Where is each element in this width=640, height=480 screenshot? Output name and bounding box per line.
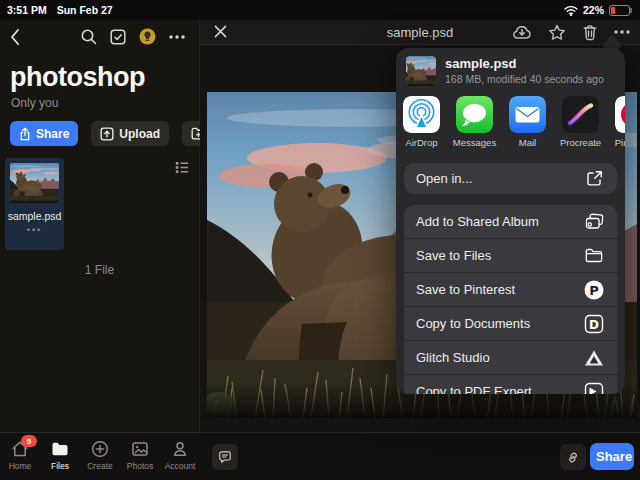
date: Sun Feb 27 — [57, 4, 113, 16]
app-screen: 3:51 PM Sun Feb 27 22% — [0, 0, 640, 480]
preview-header: sample.psd — [200, 20, 640, 45]
tab-create[interactable]: Create — [80, 433, 120, 480]
folder-title: photoshop — [10, 64, 199, 91]
battery-icon — [609, 5, 633, 16]
action-open-in[interactable]: Open in... — [404, 163, 617, 194]
preview-more-icon[interactable] — [614, 30, 630, 34]
share-sheet: sample.psd 168 MB, modified 40 seconds a… — [396, 48, 625, 394]
tab-photos[interactable]: Photos — [120, 433, 160, 480]
photos-icon — [131, 440, 149, 458]
file-more-icon[interactable]: ••• — [5, 225, 64, 235]
tab-account-label: Account — [165, 461, 196, 471]
wifi-icon — [564, 5, 578, 16]
trash-icon[interactable] — [582, 24, 598, 41]
tab-home[interactable]: 5 Home — [0, 433, 40, 480]
tab-create-label: Create — [87, 461, 113, 471]
link-icon[interactable] — [560, 444, 586, 470]
app-pinterest[interactable]: P Pinterest — [615, 96, 625, 154]
sidebar-more-icon[interactable] — [169, 35, 185, 39]
share-sheet-thumbnail — [406, 56, 436, 86]
app-procreate-label: Procreate — [560, 137, 601, 148]
shared-album-icon — [583, 213, 605, 230]
app-messages[interactable]: Messages — [456, 96, 493, 154]
tab-home-label: Home — [9, 461, 32, 471]
file-count: 1 File — [0, 263, 199, 277]
action-save-to-files-label: Save to Files — [416, 248, 491, 263]
action-add-shared-album-label: Add to Shared Album — [416, 214, 539, 229]
share-sheet-filename: sample.psd — [445, 57, 604, 72]
app-mail[interactable]: Mail — [509, 96, 546, 154]
messages-icon — [456, 96, 493, 133]
file-tile[interactable]: sample.psd ••• — [5, 158, 64, 250]
action-add-shared-album[interactable]: Add to Shared Album — [404, 205, 617, 238]
clock: 3:51 PM — [7, 4, 47, 16]
app-pinterest-label: Pinterest — [615, 137, 625, 148]
action-copy-to-documents[interactable]: Copy to Documents D — [404, 306, 617, 340]
pinterest-app-icon: P — [615, 96, 625, 133]
action-save-to-pinterest-label: Save to Pinterest — [416, 282, 515, 297]
view-mode-icon[interactable] — [175, 161, 189, 174]
folder-subtitle: Only you — [11, 96, 199, 110]
preview-toolbar: Share — [200, 432, 640, 480]
share-apps-row: AirDrop Messages Mail Procreate — [396, 92, 625, 154]
action-copy-to-documents-label: Copy to Documents — [416, 316, 530, 331]
tab-account[interactable]: Account — [160, 433, 200, 480]
airdrop-icon — [403, 96, 440, 133]
notification-icon[interactable] — [139, 28, 156, 45]
app-airdrop[interactable]: AirDrop — [403, 96, 440, 154]
account-icon — [171, 440, 189, 458]
svg-text:P: P — [589, 283, 599, 298]
files-icon — [51, 440, 69, 458]
documents-icon: D — [583, 314, 605, 334]
tab-files-label: Files — [51, 461, 69, 471]
action-save-to-pinterest[interactable]: Save to Pinterest P — [404, 272, 617, 306]
mail-icon — [509, 96, 546, 133]
home-icon: 5 — [11, 440, 29, 458]
search-icon[interactable] — [80, 28, 97, 45]
file-thumbnail — [10, 163, 59, 203]
app-airdrop-label: AirDrop — [405, 137, 437, 148]
action-save-to-files[interactable]: Save to Files — [404, 238, 617, 272]
share-folder-button[interactable]: Share — [10, 121, 78, 146]
download-icon[interactable] — [512, 23, 532, 41]
glitch-studio-icon — [583, 349, 605, 367]
upload-label: Upload — [119, 127, 160, 141]
create-icon — [91, 440, 109, 458]
app-procreate[interactable]: Procreate — [562, 96, 599, 154]
share-sheet-header: sample.psd 168 MB, modified 40 seconds a… — [396, 48, 625, 92]
share-folder-label: Share — [36, 127, 69, 141]
pinterest-icon: P — [583, 280, 605, 300]
comment-icon[interactable] — [212, 444, 238, 470]
upload-button[interactable]: Upload — [91, 121, 169, 146]
back-button[interactable] — [8, 28, 20, 46]
svg-text:D: D — [589, 317, 599, 331]
action-copy-to-pdf-expert-label: Copy to PDF Expert — [416, 384, 532, 394]
tab-photos-label: Photos — [127, 461, 153, 471]
select-icon[interactable] — [110, 29, 126, 45]
file-name: sample.psd — [5, 210, 64, 222]
status-bar: 3:51 PM Sun Feb 27 22% — [0, 0, 640, 20]
action-copy-to-pdf-expert[interactable]: Copy to PDF Expert — [404, 374, 617, 394]
battery-percent: 22% — [583, 4, 604, 16]
action-glitch-studio-label: Glitch Studio — [416, 350, 490, 365]
open-in-icon — [583, 170, 605, 187]
pdf-expert-icon — [583, 382, 605, 395]
files-folder-icon — [583, 248, 605, 263]
app-messages-label: Messages — [453, 137, 496, 148]
home-badge: 5 — [21, 435, 37, 447]
action-glitch-studio[interactable]: Glitch Studio — [404, 340, 617, 374]
sidebar: photoshop Only you Share Upload Folder N… — [0, 20, 200, 432]
tab-bar: 5 Home Files Create Photos Acco — [0, 432, 200, 480]
action-open-in-label: Open in... — [416, 171, 472, 186]
app-mail-label: Mail — [519, 137, 536, 148]
share-sheet-meta: 168 MB, modified 40 seconds ago — [445, 73, 604, 85]
tab-files[interactable]: Files — [40, 433, 80, 480]
star-icon[interactable] — [548, 24, 566, 41]
procreate-icon — [562, 96, 599, 133]
share-file-button[interactable]: Share — [590, 443, 634, 470]
